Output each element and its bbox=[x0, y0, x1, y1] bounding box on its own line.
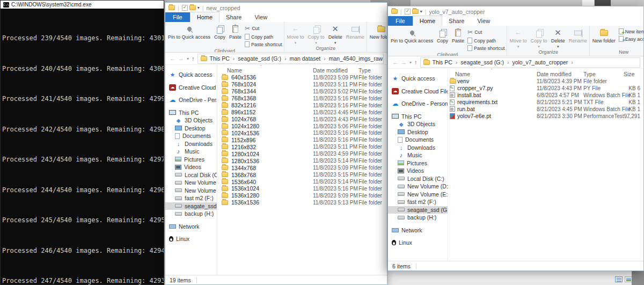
thumbnail-view-toggle-icon[interactable] bbox=[625, 276, 632, 282]
recent-locations-icon[interactable]: ▾ bbox=[409, 60, 412, 65]
paste-button[interactable]: Paste bbox=[450, 27, 466, 44]
cut-button[interactable]: ✂Cut bbox=[466, 28, 506, 36]
column-header-type[interactable]: Type bbox=[583, 71, 624, 77]
address-box[interactable]: This PCseagate_ssd (G:)yolo_v7_auto_crop… bbox=[420, 57, 640, 68]
rename-button[interactable]: Rename bbox=[567, 27, 589, 44]
forward-icon[interactable]: → bbox=[401, 59, 407, 65]
sidebar-item[interactable]: Linux bbox=[165, 235, 217, 243]
paste-shortcut-button[interactable]: Paste shortcut bbox=[466, 45, 506, 52]
sidebar-item[interactable]: 3D Objects bbox=[165, 116, 217, 125]
file-row[interactable]: 768x1344 11/8/2023 5:02 PM File folder bbox=[217, 88, 387, 95]
file-row[interactable]: 1536x1536 11/8/2023 5:13 PM File folder bbox=[217, 199, 387, 206]
breadcrumb-item[interactable]: This PC bbox=[433, 59, 461, 65]
rename-button[interactable]: Rename bbox=[345, 23, 366, 40]
sidebar-item[interactable]: Desktop bbox=[388, 128, 448, 136]
tab-view[interactable]: View bbox=[471, 16, 496, 26]
sidebar-item[interactable]: Linux bbox=[388, 239, 448, 247]
file-row[interactable]: 1536x640 11/8/2023 5:14 PM File folder bbox=[217, 178, 387, 185]
qat-dropdown-icon[interactable]: ▾ bbox=[420, 9, 422, 14]
sidebar-item[interactable]: Pictures bbox=[165, 156, 217, 164]
file-row[interactable]: 640x1536 11/8/2023 5:09 PM File folder bbox=[217, 74, 387, 81]
tab-share[interactable]: Share bbox=[219, 12, 248, 22]
sidebar-item[interactable]: Videos bbox=[388, 167, 448, 175]
file-row[interactable]: yolov7-e6e.pt 8/21/2023 3:30 PM Performa… bbox=[448, 113, 643, 120]
sidebar-item[interactable]: This PC bbox=[165, 109, 217, 117]
sidebar-item[interactable]: Network bbox=[165, 223, 217, 231]
copy-button[interactable]: Copy bbox=[435, 27, 450, 44]
copy-button[interactable]: Copy bbox=[213, 23, 227, 40]
tab-file[interactable]: File bbox=[388, 16, 413, 26]
details-view-toggle-icon[interactable] bbox=[615, 276, 623, 282]
qat-new-folder-icon[interactable] bbox=[412, 9, 419, 14]
copy-to-button[interactable]: Copy to▾ bbox=[529, 27, 549, 49]
sidebar-item[interactable]: Creative Cloud Files bbox=[165, 84, 217, 92]
sidebar-item[interactable]: Documents bbox=[388, 136, 448, 144]
breadcrumb-item[interactable]: man_4540_imgs_raw bbox=[329, 55, 384, 62]
sidebar-item[interactable]: OneDrive - Personal bbox=[388, 100, 448, 108]
up-icon[interactable]: ↑ bbox=[192, 55, 195, 62]
column-header-type[interactable]: Type bbox=[358, 67, 387, 74]
file-row[interactable]: venv 11/8/2023 4:39 PM File folder bbox=[448, 78, 643, 85]
sidebar-item[interactable]: Pictures bbox=[388, 159, 448, 167]
pin-to-quick-access-button[interactable]: Pin to Quick access bbox=[389, 27, 435, 44]
new-item-button[interactable]: New item▾ bbox=[618, 28, 643, 35]
file-row[interactable]: run.bat 8/21/2023 4:45 PM Windows Batch … bbox=[448, 106, 643, 113]
breadcrumb-item[interactable]: yolo_v7_auto_cropper bbox=[512, 59, 576, 65]
file-row[interactable]: 1024x768 11/8/2023 4:43 PM File folder bbox=[217, 116, 387, 123]
sidebar-item[interactable]: fast m2 (F:) bbox=[388, 198, 448, 206]
sidebar-item[interactable]: Downloads bbox=[165, 140, 217, 148]
sidebar-item[interactable]: Local Disk (C:) bbox=[388, 175, 448, 183]
file-row[interactable]: 768x1368 11/8/2023 5:16 PM File folder bbox=[217, 95, 387, 102]
recent-locations-icon[interactable]: ▾ bbox=[187, 56, 189, 61]
file-row[interactable]: 1216x832 11/8/2023 5:11 PM File folder bbox=[217, 143, 387, 150]
delete-button[interactable]: ✕Delete▾ bbox=[327, 23, 344, 45]
copy-path-button[interactable]: Copy path bbox=[244, 33, 283, 40]
sidebar-item[interactable]: Music bbox=[388, 151, 448, 159]
sidebar-item[interactable]: New Volume (D:) bbox=[165, 179, 217, 187]
file-row[interactable]: 1152x896 11/8/2023 5:16 PM File folder bbox=[217, 136, 387, 143]
move-to-button[interactable]: ←Move to▾ bbox=[286, 23, 306, 45]
file-row[interactable]: install.bat 6/8/2023 4:57 PM Windows Bat… bbox=[448, 92, 643, 99]
sidebar-item[interactable]: Videos bbox=[165, 163, 217, 171]
sidebar-item[interactable]: Desktop bbox=[165, 125, 217, 133]
qat-dropdown-icon[interactable]: ▾ bbox=[197, 5, 200, 10]
sidebar-item[interactable]: 3D Objects bbox=[388, 120, 448, 128]
breadcrumb-item[interactable]: seagate_ssd (G:) bbox=[460, 59, 512, 65]
file-row[interactable]: 1024x1280 11/8/2023 5:06 PM File folder bbox=[217, 123, 387, 130]
pin-to-quick-access-button[interactable]: Pin to Quick access bbox=[166, 23, 212, 40]
breadcrumb-item[interactable]: seagate_ssd (G:) bbox=[238, 55, 289, 62]
paste-button[interactable]: Paste bbox=[228, 23, 243, 40]
sidebar-item[interactable]: Local Disk (C:) bbox=[165, 171, 217, 179]
file-row[interactable]: requirements.txt 8/21/2023 5:21 PM TXT F… bbox=[448, 99, 643, 106]
sidebar-item[interactable]: backup (H:) bbox=[388, 214, 448, 222]
sidebar-item[interactable]: Downloads bbox=[388, 144, 448, 152]
sidebar-item[interactable]: This PC bbox=[388, 113, 448, 121]
sidebar-item[interactable]: OneDrive - Personal bbox=[165, 96, 217, 104]
sidebar-item[interactable]: Documents bbox=[165, 132, 217, 140]
breadcrumb-item[interactable]: This PC bbox=[210, 55, 238, 62]
column-header-date[interactable]: Date modified bbox=[313, 67, 358, 74]
file-row[interactable]: cropper_v7.py 11/8/2023 4:43 PM PY File … bbox=[448, 85, 643, 92]
file-row[interactable]: 1280x1024 11/8/2023 4:59 PM File folder bbox=[217, 150, 387, 157]
tab-view[interactable]: View bbox=[248, 12, 274, 22]
column-header-name[interactable]: Name bbox=[217, 67, 313, 74]
column-header-date[interactable]: Date modified bbox=[537, 71, 583, 77]
tab-file[interactable]: File bbox=[165, 12, 190, 22]
column-header-size[interactable]: Size bbox=[624, 71, 643, 77]
back-icon[interactable]: ← bbox=[392, 59, 398, 65]
file-row[interactable]: 1344x768 11/8/2023 5:09 PM File folder bbox=[217, 164, 387, 171]
sidebar-item[interactable]: seagate_ssd (G:) bbox=[165, 202, 217, 210]
delete-button[interactable]: ✕Delete▾ bbox=[550, 27, 567, 49]
new-folder-button[interactable]: New folder bbox=[368, 23, 387, 40]
file-row[interactable]: 1536x1280 11/8/2023 5:09 PM File folder bbox=[217, 192, 387, 199]
titlebar[interactable]: | ▾ | new_cropped bbox=[165, 3, 387, 12]
forward-icon[interactable]: → bbox=[178, 55, 184, 62]
up-icon[interactable]: ↑ bbox=[414, 59, 418, 65]
tab-home[interactable]: Home bbox=[190, 12, 219, 22]
titlebar[interactable]: | ▾ | yolo_v7_auto_cropper bbox=[388, 6, 643, 16]
file-row[interactable]: 896x1152 11/8/2023 4:45 PM File folder bbox=[217, 109, 387, 116]
sidebar-item[interactable]: New Volume (D:) bbox=[388, 182, 448, 191]
sidebar-item[interactable]: Quick access bbox=[388, 75, 448, 83]
cmd-titlebar[interactable]: C:\ C:\WINDOWS\system32\cmd.exe bbox=[1, 1, 164, 9]
tab-share[interactable]: Share bbox=[442, 16, 471, 26]
